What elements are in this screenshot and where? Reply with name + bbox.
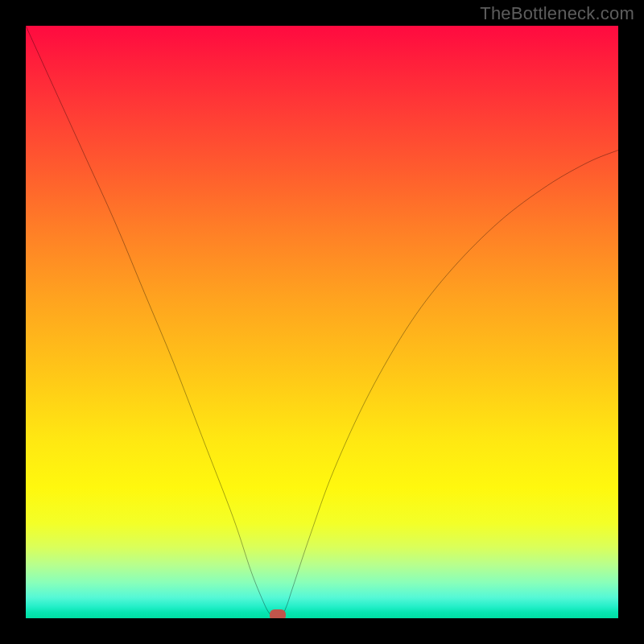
optimum-marker xyxy=(270,609,286,618)
chart-frame: TheBottleneck.com xyxy=(0,0,644,644)
plot-area xyxy=(26,26,618,618)
watermark-text: TheBottleneck.com xyxy=(480,3,634,24)
bottleneck-curve xyxy=(26,26,618,618)
